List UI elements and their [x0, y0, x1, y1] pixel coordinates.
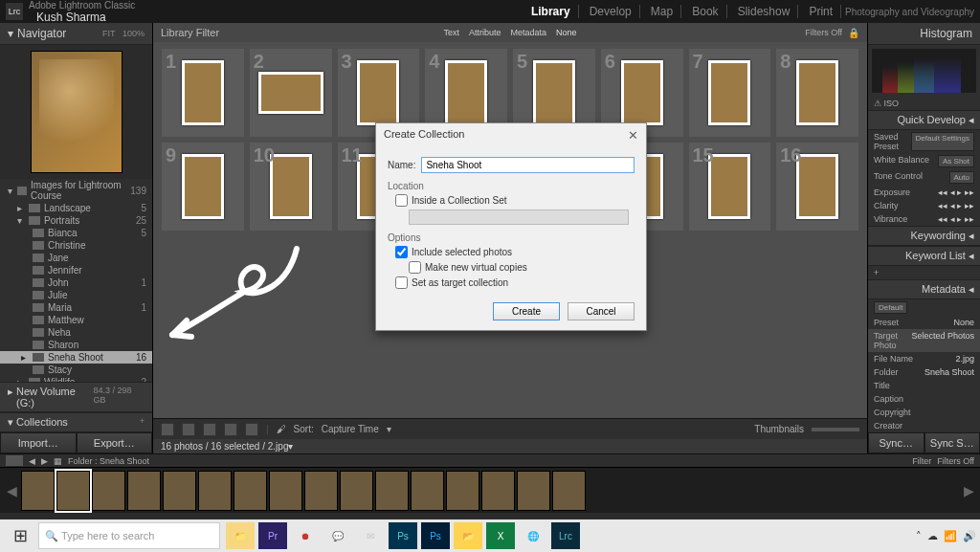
white-balance-row[interactable]: White BalanceAs Shot	[868, 153, 980, 169]
histogram-header[interactable]: Histogram	[868, 23, 980, 45]
filmstrip-thumb[interactable]	[304, 471, 338, 511]
filmstrip-thumb[interactable]	[375, 471, 409, 511]
grid-cell[interactable]: 15	[689, 143, 771, 231]
grid-cell[interactable]: 8	[776, 49, 858, 137]
sort-value[interactable]: Capture Time	[322, 424, 379, 434]
filmstrip-thumb[interactable]	[127, 471, 161, 511]
tone-control-row[interactable]: Tone ControlAuto	[868, 169, 980, 186]
target-collection-checkbox[interactable]: Set as target collection	[395, 276, 635, 289]
filmstrip-thumb[interactable]	[446, 471, 479, 511]
filmstrip-thumb[interactable]	[163, 471, 196, 511]
breadcrumb-folder[interactable]: Folder : Sneha Shoot	[68, 456, 149, 466]
module-print[interactable]: Print	[809, 5, 841, 18]
folder-item[interactable]: Sharon	[0, 339, 152, 351]
folder-sneha-shoot[interactable]: ▸Sneha Shoot16	[0, 351, 152, 364]
filmstrip-thumb[interactable]	[198, 471, 232, 511]
taskbar-app-icon[interactable]: 📁	[226, 522, 255, 549]
filmstrip-thumb[interactable]	[234, 471, 267, 511]
include-selected-checkbox[interactable]: Include selected photos	[395, 246, 635, 258]
filmstrip-thumb[interactable]	[517, 471, 550, 511]
metadata-header[interactable]: Metadata ◂	[868, 279, 980, 299]
folder-item[interactable]: Jane	[0, 252, 152, 264]
painter-icon[interactable]: 🖌	[277, 424, 286, 434]
loupe-view-icon[interactable]	[182, 423, 195, 436]
filmstrip-thumb[interactable]	[269, 471, 302, 511]
navigator-header[interactable]: ▾ Navigator FIT 100%	[0, 23, 152, 45]
second-monitor-icon[interactable]	[6, 455, 23, 466]
taskbar-search[interactable]: 🔍 Type here to search	[38, 522, 220, 549]
chevron-down-icon[interactable]: ▾	[288, 441, 293, 452]
metadata-set-row[interactable]: Default	[868, 299, 980, 316]
export-button[interactable]: Export…	[77, 432, 153, 453]
filter-attribute[interactable]: Attribute	[469, 28, 501, 37]
filter-metadata[interactable]: Metadata	[511, 28, 547, 37]
taskbar-app-icon[interactable]: 📂	[454, 522, 482, 549]
navigator-zoom[interactable]: FIT 100%	[102, 29, 145, 38]
taskbar-app-icon[interactable]: 💬	[323, 522, 352, 549]
people-view-icon[interactable]	[245, 423, 258, 436]
filmstrip-thumb[interactable]	[481, 471, 515, 511]
keywording-header[interactable]: Keywording ◂	[868, 226, 980, 246]
filmstrip-collapse-right[interactable]: ▶	[961, 483, 976, 498]
clarity-row[interactable]: Clarity◂◂ ◂ ▸ ▸▸	[868, 199, 980, 212]
system-tray[interactable]: ˄ ☁ 📶 🔊	[916, 530, 976, 542]
sync-settings-button[interactable]: Sync S…	[924, 432, 981, 453]
tray-volume-icon[interactable]: 🔊	[963, 530, 976, 542]
grid-icon[interactable]: ▦	[54, 456, 62, 466]
folder-item[interactable]: Christine	[0, 239, 152, 252]
nav-back-icon[interactable]: ◀	[29, 456, 35, 466]
caption-row[interactable]: Caption	[868, 392, 980, 406]
folder-item[interactable]: Stacy	[0, 364, 152, 376]
module-book[interactable]: Book	[692, 5, 726, 18]
nav-fwd-icon[interactable]: ▶	[41, 456, 48, 466]
keyword-list-header[interactable]: Keyword List ◂	[868, 246, 980, 266]
filmstrip-thumb[interactable]	[56, 471, 90, 511]
virtual-copies-checkbox[interactable]: Make new virtual copies	[409, 261, 635, 274]
collections-header[interactable]: ▾ Collections+	[0, 412, 152, 432]
module-develop[interactable]: Develop	[590, 5, 640, 18]
taskbar-app-icon[interactable]: ✉	[356, 522, 385, 549]
filmstrip-thumb[interactable]	[411, 471, 444, 511]
folder-item[interactable]: Bianca5	[0, 227, 152, 239]
vibrance-row[interactable]: Vibrance◂◂ ◂ ▸ ▸▸	[868, 212, 980, 226]
quick-develop-header[interactable]: Quick Develop ◂	[868, 110, 980, 130]
survey-view-icon[interactable]	[224, 423, 237, 436]
filters-off-strip[interactable]: Filters Off	[937, 456, 974, 466]
folder-item[interactable]: Jennifer	[0, 264, 152, 276]
taskbar-app-icon[interactable]: ⏺	[291, 522, 320, 549]
filmstrip-thumb[interactable]	[92, 471, 125, 511]
taskbar-app-icon[interactable]: Pr	[258, 522, 287, 549]
module-map[interactable]: Map	[651, 5, 681, 18]
navigator-preview[interactable]	[0, 45, 152, 179]
close-icon[interactable]: ✕	[628, 128, 638, 143]
import-button[interactable]: Import…	[0, 432, 77, 453]
folder-landscape[interactable]: ▸Landscape5	[0, 202, 152, 214]
filter-text[interactable]: Text	[443, 28, 459, 37]
inside-collection-set-checkbox[interactable]: Inside a Collection Set	[395, 194, 635, 207]
grid-cell[interactable]: 2	[250, 49, 332, 137]
taskbar-app-icon[interactable]: 🌐	[519, 522, 547, 549]
folder-item[interactable]: Maria1	[0, 301, 152, 314]
chevron-down-icon[interactable]: ▾	[387, 424, 391, 434]
filmstrip-thumb[interactable]	[21, 471, 55, 511]
grid-cell[interactable]: 9	[162, 143, 244, 231]
collection-set-dropdown[interactable]	[409, 210, 629, 225]
start-button[interactable]: ⊞	[4, 519, 36, 552]
folder-root[interactable]: ▾Images for Lightroom Course139	[0, 179, 152, 202]
tray-chevron-icon[interactable]: ˄	[916, 530, 922, 542]
grid-cell[interactable]: 7	[689, 49, 771, 137]
taskbar-app-icon[interactable]: Ps	[421, 522, 450, 549]
cancel-button[interactable]: Cancel	[568, 302, 635, 320]
title-row[interactable]: Title	[868, 379, 980, 392]
taskbar-app-icon[interactable]: Lrc	[551, 522, 580, 549]
filmstrip-thumb[interactable]	[552, 471, 586, 511]
module-library[interactable]: Library	[531, 5, 579, 18]
keyword-add[interactable]: +	[868, 266, 980, 279]
folder-item[interactable]: John1	[0, 276, 152, 289]
compare-view-icon[interactable]	[203, 423, 216, 436]
folder-item[interactable]: Matthew	[0, 314, 152, 326]
exposure-row[interactable]: Exposure◂◂ ◂ ▸ ▸▸	[868, 186, 980, 199]
thumbnail-size-slider[interactable]	[812, 428, 859, 431]
tray-wifi-icon[interactable]: 📶	[944, 530, 957, 542]
grid-cell[interactable]: 1	[162, 49, 244, 137]
